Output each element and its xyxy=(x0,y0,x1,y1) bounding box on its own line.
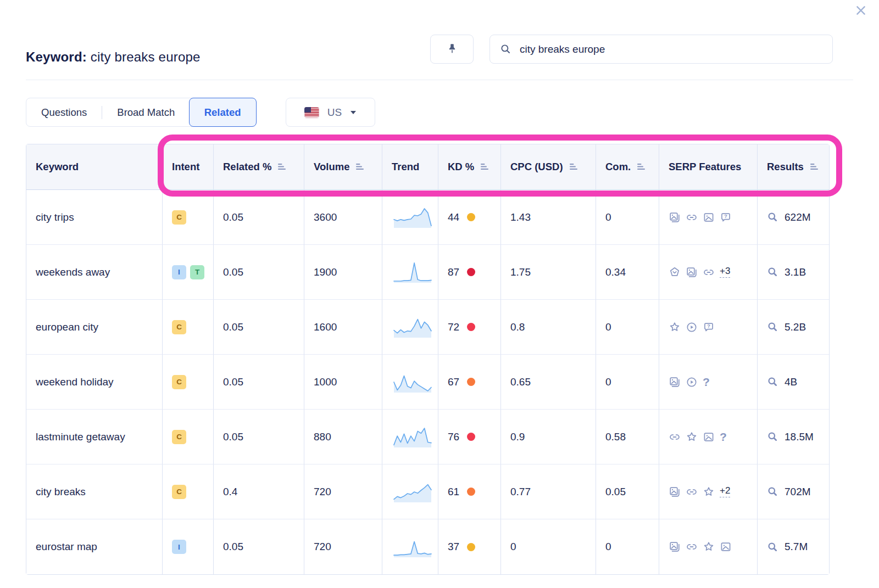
tab-questions[interactable]: Questions xyxy=(26,98,102,126)
intent-cell: I xyxy=(162,519,213,574)
reviews-icon xyxy=(703,486,715,498)
volume-cell: 1000 xyxy=(304,355,382,410)
column-label-results: Results xyxy=(767,161,804,173)
results-value: 5.2B xyxy=(785,321,806,333)
keyword-link[interactable]: eurostar map xyxy=(36,541,97,553)
keyword-search-box[interactable] xyxy=(489,35,833,64)
country-selector[interactable]: US xyxy=(286,98,375,127)
pin-button[interactable] xyxy=(430,35,474,64)
serp-more-link[interactable]: +2 xyxy=(720,486,730,498)
kd-difficulty-dot xyxy=(467,543,475,551)
page-title-label: Keyword: xyxy=(26,49,87,64)
column-header-serp: SERP Features xyxy=(659,144,757,190)
sort-icon[interactable] xyxy=(480,163,489,171)
volume-value: 3600 xyxy=(314,211,337,223)
image-pack-icon xyxy=(669,486,681,498)
faq-icon: ? xyxy=(720,211,732,223)
related-percent-value: 0.05 xyxy=(223,211,243,223)
sort-icon[interactable] xyxy=(355,163,364,171)
link-icon xyxy=(686,211,698,223)
keyword-link[interactable]: weekend holiday xyxy=(36,376,114,388)
sort-icon[interactable] xyxy=(637,163,646,171)
column-label-volume: Volume xyxy=(314,161,349,173)
sort-icon[interactable] xyxy=(569,163,578,171)
image-icon xyxy=(703,211,715,223)
magnifier-icon xyxy=(767,431,778,443)
keyword-cell: eurostar map xyxy=(26,519,162,574)
magnifier-icon xyxy=(767,266,778,278)
volume-value: 720 xyxy=(314,541,331,553)
tab-broad-match[interactable]: Broad Match xyxy=(102,98,190,126)
com-cell: 0 xyxy=(596,190,659,245)
results-value: 5.7M xyxy=(785,541,808,553)
cpc-cell: 0.8 xyxy=(500,300,596,355)
keyword-link[interactable]: european city xyxy=(36,321,98,333)
cpc-cell: 1.75 xyxy=(500,245,596,300)
trend-cell xyxy=(382,190,438,245)
cpc-value: 1.43 xyxy=(510,211,531,223)
column-header-results[interactable]: Results xyxy=(757,144,829,190)
column-header-volume[interactable]: Volume xyxy=(304,144,382,190)
intent-cell: C xyxy=(162,190,213,245)
cpc-cell: 0.9 xyxy=(500,410,596,464)
column-label-kd: KD % xyxy=(448,161,474,173)
trend-sparkline xyxy=(392,314,433,340)
magnifier-icon xyxy=(767,541,778,553)
intent-cell: C xyxy=(162,300,213,355)
search-input[interactable] xyxy=(519,43,822,56)
results-value: 702M xyxy=(785,486,811,498)
keyword-cell: weekend holiday xyxy=(26,355,162,410)
keyword-link[interactable]: city trips xyxy=(36,211,74,223)
cpc-cell: 0.65 xyxy=(500,355,596,410)
close-icon[interactable] xyxy=(855,4,867,16)
image-pack-icon xyxy=(669,376,681,388)
link-icon xyxy=(703,266,715,278)
related-percent-value: 0.4 xyxy=(223,486,237,498)
cpc-value: 0.8 xyxy=(510,321,525,333)
related-percent-value: 0.05 xyxy=(223,541,243,553)
caret-down-icon xyxy=(350,110,357,115)
serp-more-link[interactable]: +3 xyxy=(720,266,730,278)
column-header-trend: Trend xyxy=(382,144,438,190)
results-cell: 702M xyxy=(757,464,829,519)
keyword-link[interactable]: weekends away xyxy=(36,266,110,278)
related-percent-cell: 0.05 xyxy=(213,245,304,300)
sort-icon[interactable] xyxy=(277,163,286,171)
column-label-related: Related % xyxy=(223,161,271,173)
column-header-cpc[interactable]: CPC (USD) xyxy=(500,144,596,190)
cpc-value: 0.9 xyxy=(510,431,525,443)
column-header-intent: Intent xyxy=(162,144,213,190)
kd-value: 61 xyxy=(448,486,459,498)
serp-features-cell xyxy=(659,519,757,574)
kd-value: 87 xyxy=(448,266,459,278)
column-header-related[interactable]: Related % xyxy=(213,144,304,190)
us-flag-icon xyxy=(304,107,319,118)
page-title-keyword: city breaks europe xyxy=(87,49,201,64)
sort-icon[interactable] xyxy=(810,163,819,171)
kd-cell: 76 xyxy=(438,410,500,464)
country-code: US xyxy=(327,107,342,119)
keyword-link[interactable]: lastminute getaway xyxy=(36,431,125,443)
intent-badge-C: C xyxy=(172,430,186,444)
cpc-value: 0.65 xyxy=(510,376,531,388)
volume-value: 880 xyxy=(314,431,331,443)
trend-cell xyxy=(382,245,438,300)
cpc-value: 0 xyxy=(510,541,516,553)
results-cell: 18.5M xyxy=(757,410,829,464)
related-keywords-table: KeywordIntentRelated %VolumeTrendKD %CPC… xyxy=(26,144,830,575)
column-header-kd[interactable]: KD % xyxy=(438,144,500,190)
results-value: 18.5M xyxy=(785,431,814,443)
keyword-link[interactable]: city breaks xyxy=(36,486,86,498)
kd-value: 67 xyxy=(448,376,459,388)
related-percent-cell: 0.05 xyxy=(213,300,304,355)
cpc-value: 0.77 xyxy=(510,486,531,498)
column-header-com[interactable]: Com. xyxy=(596,144,659,190)
com-cell: 0.34 xyxy=(596,245,659,300)
cpc-cell: 0 xyxy=(500,519,596,574)
volume-cell: 880 xyxy=(304,410,382,464)
intent-badge-I: I xyxy=(172,265,186,279)
related-percent-cell: 0.4 xyxy=(213,464,304,519)
tab-related[interactable]: Related xyxy=(189,98,257,127)
column-label-com: Com. xyxy=(605,161,631,173)
page-title: Keyword: city breaks europe xyxy=(26,49,201,65)
